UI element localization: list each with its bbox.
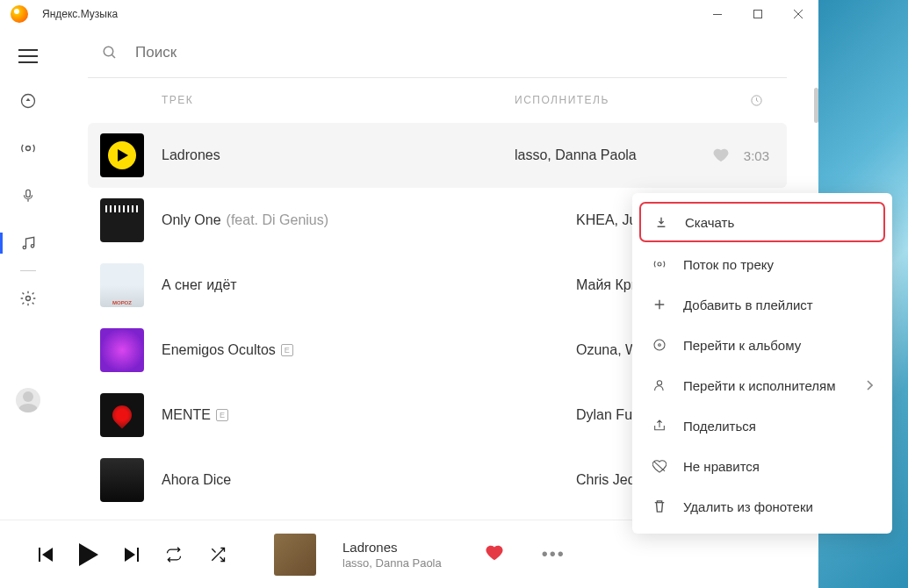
prev-button[interactable]	[39, 548, 53, 562]
download-icon	[653, 214, 669, 230]
track-artist: lasso, Danna Paola	[515, 147, 708, 163]
context-menu: Скачать Поток по треку Добавить в плейли…	[632, 193, 892, 534]
menu-label: Добавить в плейлист	[683, 298, 813, 312]
user-avatar[interactable]	[16, 388, 40, 412]
header-duration	[743, 94, 769, 107]
close-button[interactable]	[778, 0, 818, 28]
track-row[interactable]: Ladrones lasso, Danna Paola 3:03	[88, 123, 787, 188]
window-controls	[697, 0, 818, 28]
menu-label: Перейти к альбому	[683, 338, 801, 353]
track-title: Enemigos OcultosE	[162, 342, 576, 358]
menu-dislike[interactable]: Не нравится	[632, 446, 892, 486]
menu-label: Не нравится	[683, 459, 760, 474]
search-input[interactable]	[135, 44, 787, 61]
player-album-art	[274, 534, 316, 576]
next-button[interactable]	[125, 548, 139, 562]
svg-point-16	[654, 340, 665, 350]
search-icon	[102, 45, 118, 61]
album-art	[100, 328, 144, 372]
svg-line-11	[112, 54, 115, 58]
artist-icon	[652, 377, 667, 393]
menu-share[interactable]: Поделиться	[632, 405, 892, 446]
album-art-play[interactable]	[100, 133, 144, 177]
menu-label: Удалить из фонотеки	[683, 499, 813, 514]
svg-point-9	[26, 297, 31, 301]
svg-rect-14	[137, 548, 139, 562]
album-art	[100, 458, 144, 502]
svg-point-7	[23, 246, 25, 248]
album-art	[100, 198, 144, 242]
sidebar	[0, 28, 56, 520]
track-title: А снег идёт	[162, 277, 576, 293]
explicit-badge: E	[281, 344, 293, 356]
play-button[interactable]	[79, 543, 98, 566]
album-art	[100, 393, 144, 437]
svg-rect-1	[754, 11, 762, 18]
svg-point-5	[26, 147, 31, 151]
sidebar-home-icon[interactable]	[18, 91, 38, 111]
menu-add-playlist[interactable]: Добавить в плейлист	[632, 284, 892, 325]
sidebar-music-icon[interactable]	[18, 233, 38, 253]
minimize-button[interactable]	[697, 0, 738, 28]
sidebar-divider	[20, 270, 36, 271]
header-track: ТРЕК	[162, 94, 515, 107]
player-artist: lasso, Danna Paola	[342, 556, 442, 570]
titlebar: Яндекс.Музыка	[0, 0, 818, 28]
track-title: MENTEE	[162, 407, 576, 423]
menu-delete[interactable]: Удалить из фонотеки	[632, 486, 892, 527]
radio-icon	[652, 256, 667, 272]
chevron-right-icon	[866, 378, 873, 393]
shuffle-button[interactable]	[209, 546, 227, 563]
menu-label: Скачать	[685, 215, 734, 230]
trash-icon	[652, 498, 667, 514]
menu-radio[interactable]: Поток по треку	[632, 244, 892, 284]
menu-label: Перейти к исполнителям	[683, 378, 836, 393]
maximize-button[interactable]	[738, 0, 778, 28]
track-duration: 3:03	[734, 148, 769, 163]
menu-toggle[interactable]	[18, 49, 38, 63]
svg-point-8	[31, 245, 33, 247]
share-icon	[652, 418, 667, 434]
app-logo	[11, 5, 28, 23]
svg-rect-13	[39, 548, 40, 562]
album-art: МОРОZ	[100, 263, 144, 307]
menu-goto-artists[interactable]: Перейти к исполнителям	[632, 365, 892, 405]
like-icon[interactable]	[708, 148, 734, 162]
search-bar	[88, 28, 787, 78]
track-title: Only One (feat. Di Genius)	[162, 212, 576, 228]
play-icon[interactable]	[108, 141, 136, 169]
track-title: Ladrones	[162, 147, 515, 163]
player-more-button[interactable]: •••	[542, 544, 566, 564]
explicit-badge: E	[216, 409, 228, 421]
plus-icon	[652, 297, 667, 312]
scrollbar-thumb[interactable]	[814, 88, 818, 123]
window-title: Яндекс.Музыка	[42, 8, 697, 20]
sidebar-settings-icon[interactable]	[18, 289, 38, 308]
menu-download[interactable]: Скачать	[639, 202, 885, 242]
svg-rect-6	[26, 190, 31, 197]
menu-label: Поток по треку	[683, 257, 774, 272]
menu-goto-album[interactable]: Перейти к альбому	[632, 325, 892, 365]
svg-point-15	[658, 262, 661, 266]
menu-label: Поделиться	[683, 419, 756, 434]
track-title: Ahora Dice	[162, 472, 576, 488]
player-like-button[interactable]	[486, 545, 503, 564]
sidebar-podcast-icon[interactable]	[18, 186, 38, 205]
sidebar-radio-icon[interactable]	[18, 139, 38, 158]
player-title: Ladrones	[342, 540, 442, 555]
column-headers: ТРЕК ИСПОЛНИТЕЛЬ	[88, 78, 787, 123]
clock-icon	[750, 94, 763, 107]
svg-point-10	[104, 47, 113, 56]
album-icon	[652, 337, 667, 353]
dislike-icon	[652, 458, 667, 474]
header-artist: ИСПОЛНИТЕЛЬ	[515, 94, 743, 107]
svg-point-17	[659, 344, 661, 347]
player-info: Ladrones lasso, Danna Paola	[342, 540, 442, 570]
svg-point-18	[657, 381, 661, 385]
repeat-button[interactable]	[165, 546, 183, 563]
